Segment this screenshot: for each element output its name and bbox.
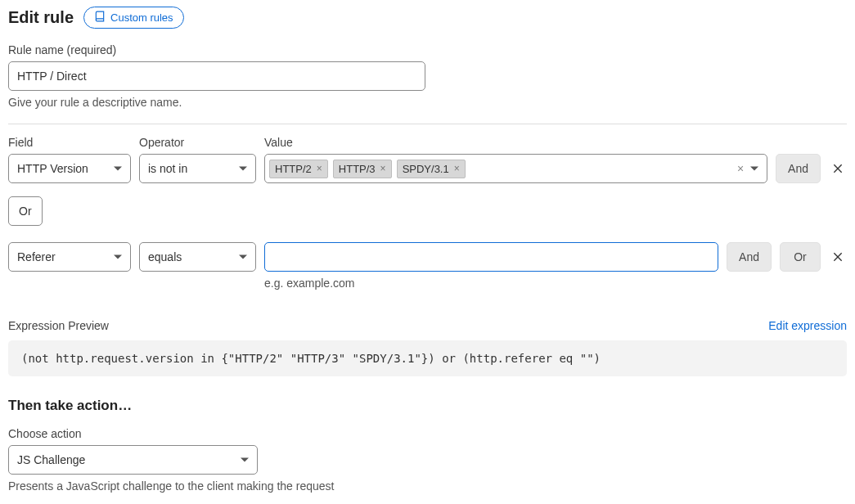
chevron-down-icon [114,167,122,171]
book-icon [94,11,106,25]
operator-column-label: Operator [139,136,256,149]
clear-all-icon[interactable]: × [737,162,744,175]
operator-select-row1-value: is not in [148,162,187,175]
and-button-row1[interactable]: And [776,154,821,183]
chevron-down-icon [750,167,758,171]
custom-rules-button[interactable]: Custom rules [83,7,184,29]
field-select-row2-value: Referer [17,250,56,263]
delete-row-icon[interactable] [829,248,847,266]
expression-preview-box: (not http.request.version in {"HTTP/2" "… [8,340,847,376]
tag-remove-icon[interactable]: × [380,163,386,174]
action-select[interactable]: JS Challenge [8,445,258,475]
tag-label: HTTP/2 [275,163,312,175]
value-tag: HTTP/2 × [269,160,328,178]
tag-label: SPDY/3.1 [403,163,449,175]
value-column-label: Value [264,136,767,149]
page-title: Edit rule [8,8,74,27]
edit-expression-link[interactable]: Edit expression [768,319,847,332]
and-button-row2[interactable]: And [727,242,772,272]
action-helper: Presents a JavaScript challenge to the c… [8,479,847,493]
value-tag-input-row1[interactable]: HTTP/2 × HTTP/3 × SPDY/3.1 × × [264,154,767,183]
or-button-row2[interactable]: Or [780,242,821,272]
chevron-down-icon [239,167,247,171]
expression-preview-label: Expression Preview [8,319,109,332]
value-tag: HTTP/3 × [333,160,392,178]
or-separator-button[interactable]: Or [8,196,43,226]
operator-select-row2[interactable]: equals [139,242,256,272]
chevron-down-icon [239,255,247,259]
action-label: Choose action [8,427,847,440]
operator-select-row2-value: equals [148,250,182,263]
rule-name-label: Rule name (required) [8,43,847,56]
rule-name-helper: Give your rule a descriptive name. [8,96,847,109]
section-divider [8,124,847,124]
delete-row-icon[interactable] [829,160,847,178]
field-column-label: Field [8,136,131,149]
operator-select-row1[interactable]: is not in [139,154,256,183]
field-select-row1-value: HTTP Version [17,162,88,175]
value-helper-row2: e.g. example.com [264,277,718,290]
rule-name-input[interactable] [8,61,425,91]
field-select-row1[interactable]: HTTP Version [8,154,131,183]
chevron-down-icon [241,458,249,462]
tag-remove-icon[interactable]: × [317,163,322,174]
custom-rules-label: Custom rules [110,11,173,24]
value-tag: SPDY/3.1 × [397,160,466,178]
chevron-down-icon [114,255,122,259]
value-input-row2[interactable] [264,242,718,272]
tag-label: HTTP/3 [339,163,376,175]
action-section-title: Then take action… [8,398,847,414]
field-select-row2[interactable]: Referer [8,242,131,272]
tag-remove-icon[interactable]: × [454,163,460,174]
action-select-value: JS Challenge [17,453,85,466]
